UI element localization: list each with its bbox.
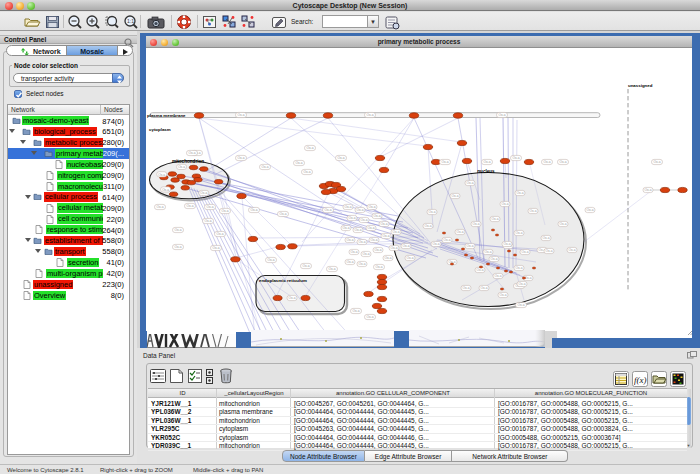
svg-text:Ox-a: Ox-a: [345, 205, 352, 209]
svg-text:Ox-a: Ox-a: [361, 218, 368, 222]
svg-text:Ox-a: Ox-a: [467, 244, 474, 248]
svg-text:Ox-a: Ox-a: [355, 228, 362, 232]
svg-text:Ox-a: Ox-a: [383, 234, 390, 238]
svg-text:plasma membrane: plasma membrane: [147, 113, 186, 118]
svg-text:Ox-a: Ox-a: [546, 249, 553, 253]
svg-text:Ox-a: Ox-a: [329, 267, 336, 271]
svg-text:Ox-a: Ox-a: [425, 224, 432, 228]
svg-text:Ox-a: Ox-a: [429, 210, 436, 214]
svg-text:unassigned: unassigned: [628, 83, 653, 88]
svg-text:Ox-a: Ox-a: [504, 242, 511, 246]
svg-text:Ox-a: Ox-a: [338, 156, 345, 160]
svg-text:Ox-a: Ox-a: [280, 212, 287, 216]
svg-text:Ox-a: Ox-a: [457, 230, 464, 234]
svg-text:Ox-a: Ox-a: [492, 217, 499, 221]
svg-text:nucleus: nucleus: [477, 169, 495, 174]
svg-text:Ox-a: Ox-a: [268, 258, 275, 262]
svg-text:Ox-a: Ox-a: [375, 248, 382, 252]
svg-text:Ox-a: Ox-a: [367, 315, 374, 319]
svg-text:f(x): f(x): [634, 375, 647, 385]
svg-text:Ox-a: Ox-a: [495, 274, 502, 278]
svg-text:Ox-a: Ox-a: [351, 250, 358, 254]
svg-text:Ox-a: Ox-a: [178, 165, 185, 169]
svg-text:Ox-a: Ox-a: [500, 293, 507, 297]
svg-text:Ox-a: Ox-a: [518, 303, 525, 307]
svg-text:Ox-a: Ox-a: [376, 265, 383, 269]
svg-text:Ox-a: Ox-a: [522, 250, 529, 254]
svg-text:Ox-a: Ox-a: [175, 228, 182, 232]
svg-text:Ox-a: Ox-a: [444, 238, 451, 242]
svg-text:Ox-a: Ox-a: [349, 216, 356, 220]
svg-text:Ox-a: Ox-a: [238, 113, 245, 117]
svg-text:Ox-a: Ox-a: [516, 266, 523, 270]
svg-text:Ox-a: Ox-a: [477, 268, 484, 272]
svg-text:Ox-a: Ox-a: [519, 282, 526, 286]
svg-text:Ox-a: Ox-a: [359, 262, 366, 266]
svg-text:Ox-a: Ox-a: [473, 222, 480, 226]
svg-text:Ox-a: Ox-a: [347, 238, 354, 242]
svg-text:Ox-a: Ox-a: [374, 214, 381, 218]
svg-text:Ox-a: Ox-a: [433, 242, 440, 246]
svg-text:Ox-a: Ox-a: [363, 252, 370, 256]
svg-text:Ox-a: Ox-a: [513, 156, 520, 160]
svg-text:Ox-a: Ox-a: [491, 257, 498, 261]
svg-text:Ox-a: Ox-a: [403, 244, 410, 248]
svg-text:Ox-a: Ox-a: [499, 113, 506, 117]
svg-text:Ox-a: Ox-a: [385, 256, 392, 260]
svg-text:Ox-a: Ox-a: [175, 245, 182, 249]
svg-text:Ox-a: Ox-a: [544, 160, 551, 164]
svg-text:Ox-a: Ox-a: [481, 286, 488, 290]
svg-text:Ox-a: Ox-a: [587, 208, 594, 212]
svg-text:Ox-a: Ox-a: [207, 205, 214, 209]
svg-text:Ox-a: Ox-a: [467, 181, 474, 185]
svg-text:Ox-a: Ox-a: [359, 240, 366, 244]
svg-text:Ox-a: Ox-a: [187, 204, 194, 208]
svg-text:Ox-a: Ox-a: [217, 232, 224, 236]
svg-text:Ox-a: Ox-a: [251, 208, 258, 212]
svg-text:Ox-a: Ox-a: [645, 188, 652, 192]
svg-text:Ox-a: Ox-a: [200, 191, 207, 195]
svg-text:Ox-a: Ox-a: [296, 161, 303, 165]
svg-text:Ox-a: Ox-a: [343, 226, 350, 230]
svg-text:cytoplasm: cytoplasm: [149, 127, 171, 132]
svg-text:1:1: 1:1: [127, 18, 134, 24]
svg-text:Ox-a: Ox-a: [369, 205, 376, 209]
svg-text:Ox-a: Ox-a: [516, 231, 523, 235]
svg-text:Ox-a: Ox-a: [303, 264, 310, 268]
svg-text:Ox-a: Ox-a: [560, 222, 567, 226]
svg-text:Ox-a: Ox-a: [307, 146, 314, 150]
svg-text:Ox-a: Ox-a: [347, 260, 354, 264]
svg-text:Ox-a: Ox-a: [205, 219, 212, 223]
svg-text:Ox-a: Ox-a: [222, 209, 229, 213]
svg-text:Ox-a: Ox-a: [213, 246, 220, 250]
svg-text:Ox-a: Ox-a: [484, 160, 491, 164]
svg-text:mitochondrion: mitochondrion: [172, 159, 204, 164]
svg-text:Ox-a: Ox-a: [371, 238, 378, 242]
svg-text:Ox-a: Ox-a: [560, 160, 567, 164]
svg-text:Ox-a: Ox-a: [381, 222, 388, 226]
svg-text:Ox-a: Ox-a: [530, 209, 537, 213]
svg-text:Ox-a: Ox-a: [452, 194, 459, 198]
svg-text:Ox-a: Ox-a: [368, 226, 375, 230]
svg-text:Ox-a: Ox-a: [353, 309, 360, 313]
svg-text:Ox-a: Ox-a: [463, 286, 470, 290]
svg-text:Ox-a: Ox-a: [189, 151, 196, 155]
svg-text:Ox-a: Ox-a: [517, 191, 524, 195]
svg-text:Ox-a: Ox-a: [157, 205, 164, 209]
svg-text:Ox-a: Ox-a: [158, 173, 165, 177]
svg-text:Ox-a: Ox-a: [543, 236, 550, 240]
svg-text:Ox-a: Ox-a: [238, 156, 245, 160]
svg-text:Ox-a: Ox-a: [162, 188, 169, 192]
svg-text:Ox-a: Ox-a: [289, 296, 296, 300]
svg-text:Ox-a: Ox-a: [654, 160, 661, 164]
svg-text:Ox-a: Ox-a: [391, 246, 398, 250]
svg-text:Ox-a: Ox-a: [325, 208, 332, 212]
svg-text:Ox-a: Ox-a: [569, 248, 576, 252]
svg-text:Ox-a: Ox-a: [393, 230, 400, 234]
svg-text:Ox-a: Ox-a: [502, 202, 509, 206]
svg-text:Ox-a: Ox-a: [367, 113, 374, 117]
svg-text:Ox-a: Ox-a: [357, 208, 364, 212]
svg-text:Ox-a: Ox-a: [442, 160, 449, 164]
svg-text:Ox-a: Ox-a: [485, 250, 492, 254]
svg-text:Ox-a: Ox-a: [304, 170, 311, 174]
